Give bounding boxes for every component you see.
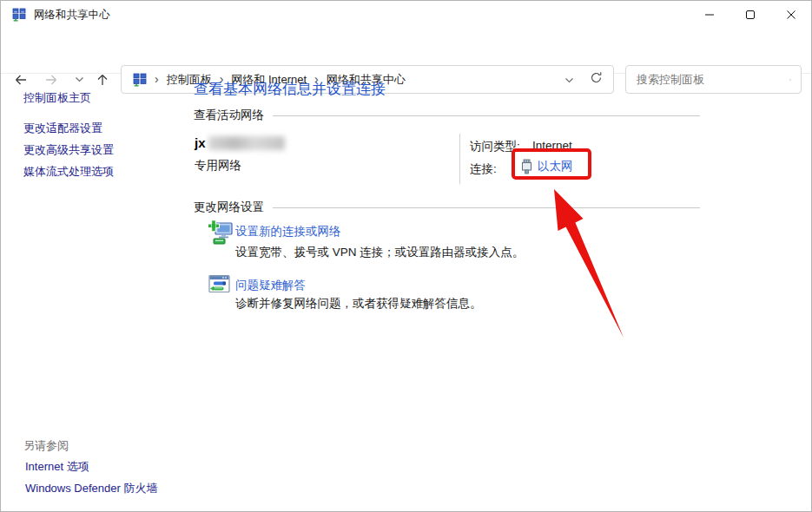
sidebar-item-media-streaming-options[interactable]: 媒体流式处理选项: [23, 164, 114, 180]
sidebar-item-change-adapter-settings[interactable]: 更改适配器设置: [23, 121, 102, 136]
chevron-down-icon: [75, 76, 84, 83]
magnifier-icon: [789, 74, 791, 86]
network-sharing-center-window: 网络和共享中心: [0, 0, 812, 512]
chevron-down-icon: [564, 77, 574, 84]
section-view-active-networks: 查看活动网络: [194, 108, 700, 123]
network-name-redaction: [208, 136, 285, 150]
recent-pages-button[interactable]: [70, 71, 88, 89]
section-title: 查看活动网络: [194, 108, 264, 123]
network-name-prefix: jx: [195, 135, 206, 150]
close-button[interactable]: [770, 1, 811, 29]
section-change-network-settings: 更改网络设置: [194, 200, 700, 215]
navigation-toolbar: › 控制面板 › 网络和 Internet › 网络和共享中心: [1, 29, 811, 74]
window-title: 网络和共享中心: [34, 8, 110, 23]
monitor-plus-icon: [208, 220, 235, 246]
troubleshoot-problems-link[interactable]: 问题疑难解答: [235, 278, 306, 293]
maximize-button[interactable]: [729, 1, 770, 29]
back-arrow-icon: [13, 72, 29, 88]
up-button[interactable]: [94, 71, 111, 89]
refresh-button[interactable]: [583, 71, 613, 88]
network-sharing-center-icon: [12, 8, 26, 22]
address-dropdown-button[interactable]: [556, 72, 583, 88]
see-also-heading: 另请参阅: [23, 438, 69, 454]
setup-new-connection-desc: 设置宽带、拨号或 VPN 连接；或设置路由器或接入点。: [235, 245, 524, 260]
maximize-icon: [745, 10, 756, 20]
sidebar-item-change-advanced-sharing[interactable]: 更改高级共享设置: [23, 142, 114, 158]
page-title: 查看基本网络信息并设置连接: [194, 79, 386, 99]
forward-arrow-icon: [43, 72, 59, 88]
up-arrow-icon: [95, 72, 110, 88]
refresh-icon: [590, 71, 603, 84]
sidebar-item-internet-options[interactable]: Internet 选项: [25, 459, 89, 475]
section-rule: [273, 207, 700, 208]
sidebar-item-windows-defender-firewall[interactable]: Windows Defender 防火墙: [25, 481, 157, 496]
active-network-name: jx: [195, 135, 285, 150]
troubleshoot-problems-desc: 诊断并修复网络问题，或者获得疑难解答信息。: [235, 296, 482, 312]
window-diagnose-icon: [208, 274, 232, 297]
sidebar-item-control-panel-home[interactable]: 控制面板主页: [23, 90, 91, 106]
annotation-highlight-box: [512, 148, 591, 180]
minimize-icon: [704, 10, 715, 20]
setup-new-connection-link[interactable]: 设置新的连接或网络: [235, 224, 341, 240]
section-rule: [273, 115, 700, 116]
search-box: [625, 65, 802, 94]
minimize-button[interactable]: [689, 1, 729, 29]
active-network-divider: [459, 134, 460, 184]
breadcrumb-app-icon[interactable]: [133, 73, 147, 87]
breadcrumb-separator: ›: [150, 72, 163, 86]
close-icon: [786, 10, 796, 20]
back-button[interactable]: [12, 71, 30, 89]
search-input[interactable]: [626, 73, 789, 86]
title-bar: 网络和共享中心: [1, 1, 811, 29]
network-kind-label: 专用网络: [195, 158, 241, 174]
section-title: 更改网络设置: [194, 200, 264, 215]
forward-button[interactable]: [43, 71, 60, 89]
connection-label: 连接:: [470, 161, 497, 177]
